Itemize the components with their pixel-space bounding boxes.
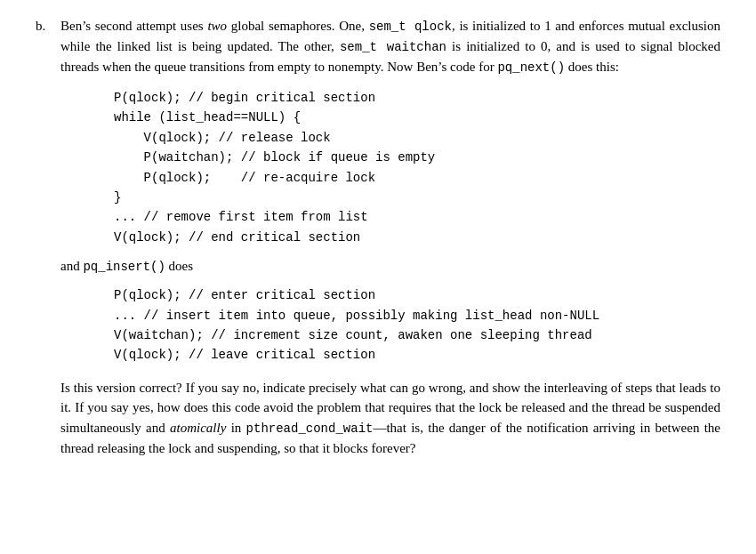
intro-code1: sem_t qlock <box>369 20 452 34</box>
intro-paragraph: Ben’s second attempt uses two global sem… <box>60 16 720 77</box>
question-block: b. Ben’s second attempt uses two global … <box>36 16 720 458</box>
and-text: and <box>60 259 83 273</box>
question-code-pthread: pthread_cond_wait <box>246 422 374 436</box>
question-paragraph: Is this version correct? If you say no, … <box>60 378 720 459</box>
pq-insert-ref: pq_insert() <box>83 260 165 274</box>
question-label: b. <box>36 16 60 458</box>
and-line: and pq_insert() does <box>60 256 720 277</box>
and-text2: does <box>165 259 193 273</box>
intro-italic-two: two <box>207 19 227 33</box>
intro-text1: Ben’s second attempt uses <box>60 19 207 33</box>
intro-code2: sem_t waitchan <box>340 40 446 54</box>
question-text2: in <box>226 421 245 435</box>
pq-insert-code: P(qlock); // enter critical section ... … <box>114 285 720 365</box>
intro-code3: pq_next() <box>497 60 565 75</box>
pq-next-code: P(qlock); // begin critical section whil… <box>114 88 720 247</box>
question-italic-atomically: atomically <box>170 421 226 435</box>
intro-text2: global semaphores. One, <box>227 19 369 33</box>
intro-text5: does this: <box>565 60 619 74</box>
question-content: Ben’s second attempt uses two global sem… <box>60 16 720 458</box>
